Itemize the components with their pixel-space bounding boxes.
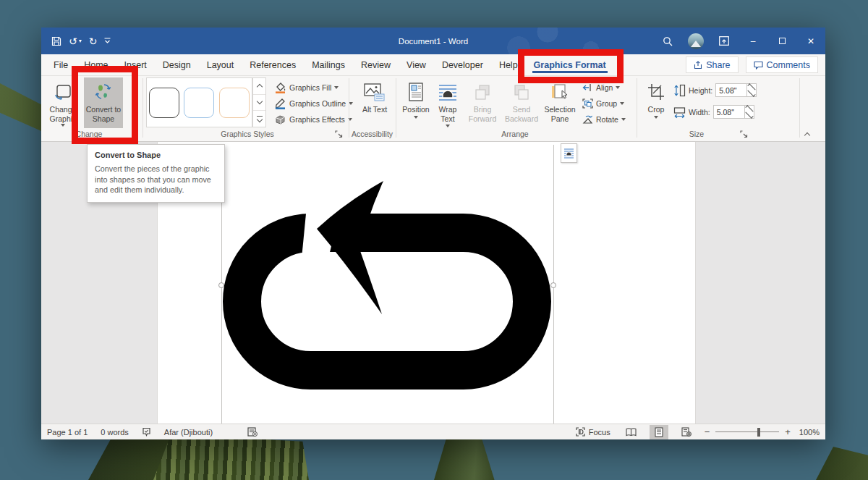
send-backward-button[interactable]: Send Backward	[503, 77, 540, 128]
crop-button[interactable]: Crop	[641, 77, 671, 128]
graphics-styles-dialog-launcher[interactable]	[335, 130, 344, 139]
comments-button[interactable]: Comments	[746, 56, 818, 73]
focus-mode-button[interactable]: Focus	[576, 427, 610, 437]
graphics-outline-label: Graphics Outline	[289, 99, 346, 108]
change-graphic-button[interactable]: Change Graphic	[44, 77, 82, 128]
loop-arrow-graphic[interactable]	[221, 177, 554, 392]
tab-view[interactable]: View	[399, 54, 434, 75]
graphics-fill-button[interactable]: Graphics Fill	[274, 80, 339, 95]
alt-text-icon	[364, 81, 386, 103]
tab-graphics-format[interactable]: Graphics Format	[526, 54, 614, 75]
graphics-fill-icon	[274, 82, 286, 93]
bring-forward-button[interactable]: Bring Forward	[464, 77, 501, 128]
page-indicator[interactable]: Page 1 of 1	[47, 428, 88, 437]
word-window: ↺ ↻ Document1 - Word – ✕ File Home Inser…	[41, 28, 825, 439]
height-field-row: Height:	[673, 83, 757, 97]
word-count[interactable]: 0 words	[101, 428, 129, 437]
height-icon	[673, 84, 686, 97]
wrap-text-caret-icon	[446, 125, 450, 127]
layout-options-button[interactable]	[561, 143, 577, 163]
alt-text-label: Alt Text	[360, 105, 389, 114]
collapse-ribbon-button[interactable]	[802, 130, 812, 138]
graphics-effects-button[interactable]: Graphics Effects	[274, 112, 352, 127]
tab-help[interactable]: Help	[491, 54, 526, 75]
position-icon	[409, 81, 423, 103]
maximize-button[interactable]	[767, 28, 796, 54]
focus-label: Focus	[589, 428, 610, 437]
selection-handle-left[interactable]	[218, 282, 224, 288]
align-caret-icon	[616, 86, 620, 89]
height-input[interactable]	[715, 83, 747, 97]
width-spinner[interactable]	[745, 105, 754, 119]
position-button[interactable]: Position	[401, 77, 431, 128]
graphics-style-thumbnail-1[interactable]	[149, 88, 179, 118]
convert-to-shape-button[interactable]: Convert to Shape	[84, 77, 123, 128]
maximize-icon	[779, 38, 786, 44]
title-bar: ↺ ↻ Document1 - Word – ✕	[41, 28, 825, 54]
zoom-slider[interactable]	[715, 431, 779, 433]
arrange-group-label: Arrange	[461, 130, 569, 138]
tab-design[interactable]: Design	[155, 54, 199, 75]
ribbon: Change Graphic Convert to Shape Change	[41, 76, 825, 142]
tab-mailings[interactable]: Mailings	[304, 54, 353, 75]
share-label: Share	[706, 60, 730, 70]
comments-icon	[754, 61, 763, 70]
selection-pane-button[interactable]: Selection Pane	[542, 77, 577, 128]
size-dialog-launcher[interactable]	[740, 130, 749, 139]
zoom-control: − +	[705, 426, 791, 437]
macro-record-icon[interactable]	[247, 427, 258, 437]
graphics-style-thumbnail-2[interactable]	[184, 88, 214, 118]
plant-leaf	[153, 438, 309, 480]
graphics-style-thumbnail-3[interactable]	[219, 88, 250, 118]
selection-handle-right[interactable]	[550, 282, 556, 288]
tab-references[interactable]: References	[242, 54, 304, 75]
read-mode-button[interactable]	[622, 425, 641, 439]
window-controls: – ✕	[653, 28, 825, 54]
zoom-out-button[interactable]: −	[705, 426, 710, 437]
layout-options-icon	[563, 148, 574, 159]
height-spinner[interactable]	[747, 83, 757, 97]
group-label: Group	[596, 99, 617, 108]
change-graphic-icon	[54, 81, 72, 103]
account-avatar[interactable]	[688, 33, 704, 49]
close-button[interactable]: ✕	[796, 28, 825, 54]
gallery-more-button[interactable]	[253, 111, 265, 127]
status-bar: Page 1 of 1 0 words Afar (Djibouti) Focu…	[41, 424, 825, 439]
print-layout-button[interactable]	[650, 425, 668, 439]
change-graphic-label: Change Graphic	[45, 105, 81, 123]
ribbon-display-options-icon[interactable]	[710, 28, 739, 54]
width-input[interactable]	[713, 105, 745, 119]
zoom-slider-thumb[interactable]	[757, 428, 760, 437]
zoom-in-button[interactable]: +	[785, 426, 791, 437]
tab-file[interactable]: File	[46, 54, 76, 75]
width-field-row: Width:	[673, 105, 754, 119]
gallery-scroll-down-button[interactable]	[253, 95, 265, 111]
rotate-icon	[582, 114, 593, 125]
proofing-icon[interactable]	[142, 427, 151, 437]
align-button[interactable]: Align	[582, 80, 620, 95]
rotate-button[interactable]: Rotate	[582, 112, 626, 127]
graphics-styles-gallery[interactable]	[146, 77, 252, 127]
graphics-fill-caret-icon	[334, 86, 339, 89]
rotate-label: Rotate	[596, 115, 618, 124]
web-layout-button[interactable]	[677, 425, 696, 439]
zoom-level[interactable]: 100%	[799, 428, 820, 437]
crop-icon	[647, 81, 665, 103]
tab-developer[interactable]: Developer	[434, 54, 491, 75]
tab-layout[interactable]: Layout	[199, 54, 242, 75]
minimize-button[interactable]: –	[739, 28, 767, 54]
wrap-text-button[interactable]: Wrap Text	[433, 77, 463, 128]
change-graphic-caret-icon	[61, 124, 65, 127]
search-icon[interactable]	[653, 28, 682, 54]
selection-pane-icon	[550, 81, 569, 103]
gallery-scroll-up-button[interactable]	[253, 78, 265, 95]
tab-insert[interactable]: Insert	[116, 54, 155, 75]
share-button[interactable]: Share	[686, 56, 738, 73]
group-button[interactable]: Group	[582, 96, 624, 111]
tab-review[interactable]: Review	[353, 54, 399, 75]
tab-home[interactable]: Home	[76, 54, 116, 75]
graphics-outline-button[interactable]: Graphics Outline	[274, 96, 353, 111]
bring-forward-label: Bring Forward	[465, 105, 500, 123]
alt-text-button[interactable]: Alt Text	[357, 77, 393, 128]
language-indicator[interactable]: Afar (Djibouti)	[164, 428, 213, 437]
